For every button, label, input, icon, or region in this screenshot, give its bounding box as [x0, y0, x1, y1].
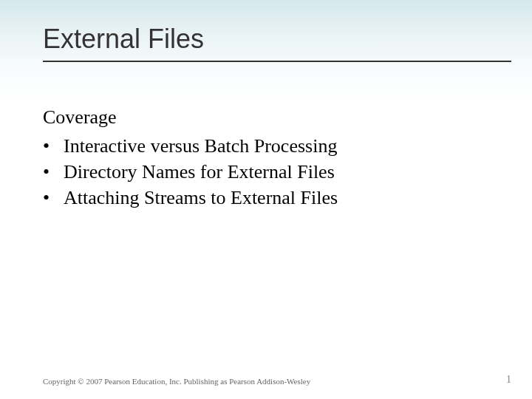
- bullet-item: • Directory Names for External Files: [43, 159, 532, 185]
- slide-content: Coverage • Interactive versus Batch Proc…: [0, 62, 532, 211]
- bullet-text: Interactive versus Batch Processing: [64, 133, 337, 159]
- section-heading: Coverage: [43, 106, 532, 129]
- bullet-marker: •: [43, 133, 64, 159]
- slide-title: External Files: [0, 0, 532, 61]
- bullet-item: • Attaching Streams to External Files: [43, 185, 532, 211]
- bullet-text: Attaching Streams to External Files: [64, 185, 338, 211]
- bullet-marker: •: [43, 159, 64, 185]
- page-number: 1: [506, 374, 511, 386]
- bullet-text: Directory Names for External Files: [64, 159, 335, 185]
- bullet-item: • Interactive versus Batch Processing: [43, 133, 532, 159]
- copyright-footer: Copyright © 2007 Pearson Education, Inc.…: [43, 377, 310, 386]
- bullet-marker: •: [43, 185, 64, 211]
